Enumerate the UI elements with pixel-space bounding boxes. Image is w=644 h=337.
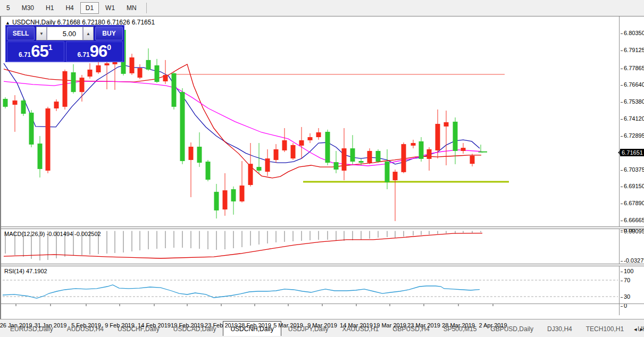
candle <box>155 59 160 83</box>
candle <box>257 143 262 173</box>
candle <box>172 72 177 109</box>
macd-label: MACD(12,26,9) -0.001494 -0.002502 <box>4 231 101 237</box>
candle <box>282 128 287 152</box>
axis-tick <box>621 33 623 34</box>
candle <box>163 60 168 84</box>
candle <box>113 60 118 90</box>
timeframe-button-m30[interactable]: M30 <box>16 2 39 14</box>
candle-body <box>376 151 381 162</box>
timeframe-button-w1[interactable]: W1 <box>100 2 120 14</box>
one-click-trade-panel: SELL ▼ 5.00 ▲ BUY 6.71 65 1 6.71 96 0 <box>5 25 124 62</box>
date-label: 19 Mar 2019 <box>373 322 406 328</box>
candle-body <box>96 65 101 72</box>
date-label: 26 Jan 2019 <box>0 322 32 328</box>
volume-decrease-button[interactable]: ▼ <box>36 27 47 40</box>
date-label: 14 Mar 2019 <box>340 322 373 328</box>
rsi-axis-label: 100 <box>621 268 633 274</box>
axis-tick <box>621 232 623 232</box>
candle-body <box>453 122 458 151</box>
candle-body <box>138 68 143 78</box>
candle <box>308 133 313 143</box>
candle-body <box>411 143 416 146</box>
candle <box>21 99 26 116</box>
buy-button[interactable]: BUY <box>95 27 123 40</box>
candle-body <box>334 162 339 170</box>
date-label: 28 Mar 2019 <box>442 322 475 328</box>
rsi-line <box>3 285 480 298</box>
mt4-window: 5M30H1H4D1W1MN ▲USDCNH,Daily 6.71668 6.7… <box>0 0 644 337</box>
timeframe-button-h4[interactable]: H4 <box>60 2 79 14</box>
date-label: 9 Mar 2019 <box>307 322 337 328</box>
time-axis-border <box>1 304 644 304</box>
toolbar-separator <box>146 3 147 13</box>
candle-body <box>180 92 185 161</box>
candle-body <box>402 144 406 172</box>
buy-price-sup: 0 <box>107 43 111 52</box>
rsi-axis-label: 30 <box>621 293 630 300</box>
price-axis-label: 6.67890 <box>621 200 644 206</box>
candle-body <box>231 189 236 201</box>
timeframe-button-5[interactable]: 5 <box>1 2 15 14</box>
date-label: 19 Feb 2019 <box>171 322 204 328</box>
candle <box>367 148 372 164</box>
date-label: 23 Feb 2019 <box>205 322 238 328</box>
candle <box>350 135 355 164</box>
candle-body <box>197 147 202 163</box>
axis-tick <box>621 306 623 307</box>
candle <box>38 136 43 178</box>
date-label: 5 Feb 2019 <box>71 322 101 328</box>
candle <box>411 140 416 148</box>
candle-body <box>38 144 43 169</box>
candle <box>231 187 236 215</box>
candle-body <box>436 124 440 150</box>
candle <box>130 54 135 75</box>
candle-body <box>206 162 211 180</box>
candle-body <box>54 102 59 108</box>
price-axis-label: 6.70375 <box>621 166 644 173</box>
current-price-tag: 6.71651 <box>620 149 644 156</box>
candle-body <box>163 75 168 81</box>
date-label: 31 Jan 2019 <box>35 322 67 328</box>
sell-button[interactable]: SELL <box>7 27 35 40</box>
timeframe-button-h1[interactable]: H1 <box>40 2 59 14</box>
candle-body <box>444 122 449 127</box>
candle <box>291 143 296 160</box>
chart-tab-tech100-h1[interactable]: TECH100,H1 <box>579 322 631 336</box>
axis-separator <box>619 16 620 315</box>
timeframe-button-mn[interactable]: MN <box>121 2 142 14</box>
candle-body <box>257 167 262 171</box>
date-label: 2 Apr 2019 <box>479 322 507 328</box>
tab-scroll-right-icon[interactable]: ▸ <box>640 326 643 333</box>
candle <box>376 149 381 163</box>
candle-body <box>299 140 304 146</box>
tab-scroll-left-icon[interactable]: ◂ <box>634 326 637 333</box>
price-axis-label: 6.80350 <box>621 30 644 36</box>
candle-body <box>21 100 26 114</box>
candle <box>3 97 8 108</box>
candle-body <box>350 148 355 162</box>
sell-price-big: 65 <box>31 43 48 61</box>
volume-input[interactable]: 5.00 <box>47 27 83 40</box>
price-axis[interactable]: 6.803506.791256.778656.766406.753806.741… <box>620 16 644 315</box>
buy-price-box[interactable]: 6.71 96 0 <box>66 41 123 62</box>
macd-splitter[interactable] <box>1 226 644 229</box>
candle-body <box>291 145 296 158</box>
candle <box>240 161 245 203</box>
candle-body <box>419 141 424 159</box>
volume-increase-button[interactable]: ▲ <box>83 27 94 40</box>
sell-price-box[interactable]: 6.71 65 1 <box>7 41 64 62</box>
timeframe-button-d1[interactable]: D1 <box>80 2 99 14</box>
date-label: 28 Feb 2019 <box>238 322 271 328</box>
rsi-label: RSI(14) 47.1902 <box>4 268 47 274</box>
rsi-axis-label: 70 <box>621 277 630 283</box>
candle-body <box>189 147 194 160</box>
axis-tick <box>621 221 623 221</box>
rsi-splitter[interactable] <box>1 264 644 266</box>
candle-body <box>427 149 432 159</box>
price-axis-label: 6.76640 <box>621 81 644 88</box>
candle <box>248 143 253 187</box>
candle-body <box>385 162 390 182</box>
chart-tab-dj30-h4[interactable]: DJ30,H4 <box>540 322 579 336</box>
trade-panel-quotes: 6.71 65 1 6.71 96 0 <box>7 41 123 62</box>
chart-window: ▲USDCNH,Daily 6.71668 6.72180 6.71626 6.… <box>0 16 644 319</box>
